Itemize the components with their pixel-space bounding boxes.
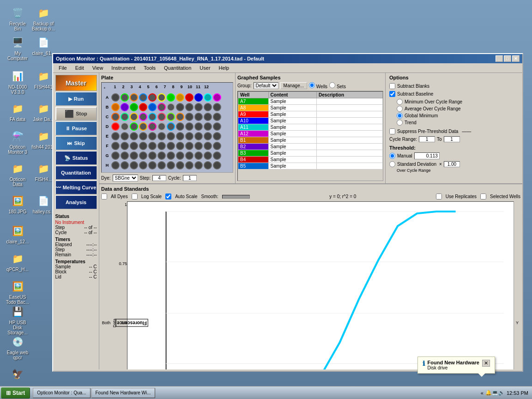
desktop-icon-fa-data[interactable]: 📁 FA data xyxy=(4,99,31,124)
selected-wells-checkbox[interactable] xyxy=(480,193,486,200)
well-d5[interactable] xyxy=(148,122,157,131)
desktop-icon-jpg180[interactable]: 🖼️ 180.JPG xyxy=(4,192,31,216)
threshold-value-input[interactable] xyxy=(414,152,440,159)
subtract-blanks-checkbox[interactable] xyxy=(389,83,395,89)
table-row[interactable]: B5 Sample xyxy=(238,163,383,169)
well-g11[interactable] xyxy=(204,151,212,160)
well-h6[interactable] xyxy=(157,161,166,169)
menu-user[interactable]: User xyxy=(196,64,214,72)
well-e2[interactable] xyxy=(121,132,129,140)
pause-button[interactable]: ⏸ Pause xyxy=(55,121,97,135)
well-h10[interactable] xyxy=(194,161,203,169)
well-f4[interactable] xyxy=(139,142,147,150)
table-row[interactable]: B1 Sample xyxy=(238,137,383,144)
well-d10[interactable] xyxy=(194,122,203,131)
well-c6[interactable] xyxy=(157,113,166,121)
menu-quantitation[interactable]: Quantitation xyxy=(160,64,195,72)
well-a12[interactable] xyxy=(213,93,221,102)
plate-add-icon[interactable]: + xyxy=(103,86,106,90)
well-b9[interactable] xyxy=(185,103,193,111)
well-e1[interactable] xyxy=(111,132,120,140)
well-b10[interactable] xyxy=(194,103,203,111)
well-d11[interactable] xyxy=(204,122,212,131)
well-d12[interactable] xyxy=(213,122,221,131)
well-a3[interactable] xyxy=(130,93,138,102)
well-c7[interactable] xyxy=(167,113,175,121)
well-h11[interactable] xyxy=(204,161,212,169)
well-d2[interactable] xyxy=(121,122,129,131)
well-e8[interactable] xyxy=(176,132,184,140)
desktop-icon-hp-usb[interactable]: 💿 Eagle web qpcr xyxy=(4,332,31,362)
well-a10[interactable] xyxy=(194,93,203,102)
log-scale-checkbox[interactable] xyxy=(132,193,138,200)
minimize-button[interactable]: _ xyxy=(496,55,503,62)
well-g9[interactable] xyxy=(185,151,193,160)
desktop-icon-easeus[interactable]: 💾 HP USB Disk Storage... xyxy=(4,302,31,337)
well-h2[interactable] xyxy=(121,161,129,169)
well-e5[interactable] xyxy=(148,132,157,140)
well-e12[interactable] xyxy=(213,132,221,140)
taskbar-item-hardware[interactable]: Found New Hardware Wi... xyxy=(91,388,155,398)
std-dev-value-input[interactable] xyxy=(444,161,460,167)
well-e7[interactable] xyxy=(167,132,175,140)
well-g8[interactable] xyxy=(176,151,184,160)
well-h4[interactable] xyxy=(139,161,147,169)
well-f12[interactable] xyxy=(213,142,221,150)
well-g6[interactable] xyxy=(157,151,166,160)
well-e4[interactable] xyxy=(139,132,147,140)
well-h9[interactable] xyxy=(185,161,193,169)
well-d9[interactable] xyxy=(185,122,193,131)
smooth-slider[interactable] xyxy=(222,195,250,199)
sets-radio[interactable] xyxy=(329,82,335,88)
group-select[interactable]: Default xyxy=(254,82,278,89)
well-e3[interactable] xyxy=(130,132,138,140)
well-f7[interactable] xyxy=(167,142,175,150)
trend-radio[interactable] xyxy=(397,120,403,126)
skip-button[interactable]: ⏭ Skip xyxy=(55,136,97,150)
well-g4[interactable] xyxy=(139,151,147,160)
melting-curve-button[interactable]: 〰 Melting Curve xyxy=(55,181,97,194)
well-d8[interactable] xyxy=(176,122,184,131)
taskbar-item-opticon[interactable]: Opticon Monitor : Qua... xyxy=(33,388,90,398)
well-a9[interactable] xyxy=(185,93,193,102)
suppress-checkbox[interactable] xyxy=(389,128,395,134)
well-b2[interactable] xyxy=(121,103,129,111)
well-f2[interactable] xyxy=(121,142,129,150)
well-c10[interactable] xyxy=(194,113,203,121)
well-g10[interactable] xyxy=(194,151,203,160)
desktop-icon-backup[interactable]: 📁 Backup ofBackup o... xyxy=(30,4,57,33)
well-b1[interactable] xyxy=(111,103,120,111)
well-b7[interactable] xyxy=(167,103,175,111)
global-min-radio[interactable] xyxy=(397,113,403,119)
notification-close-button[interactable]: ✕ xyxy=(482,360,490,367)
desktop-icon-eagle-web[interactable]: 🦅 xyxy=(4,365,31,384)
well-d3[interactable] xyxy=(130,122,138,131)
desktop-icon-qpcr[interactable]: 📁 qPCR_H... xyxy=(4,249,31,274)
desktop-icon-opticon-data[interactable]: 📁 Opticon Data xyxy=(4,159,31,189)
well-d4[interactable] xyxy=(139,122,147,131)
well-a2[interactable] xyxy=(121,93,129,102)
well-h5[interactable] xyxy=(148,161,157,169)
well-c8[interactable] xyxy=(176,113,184,121)
well-c4[interactable] xyxy=(139,113,147,121)
wells-radio[interactable] xyxy=(309,82,315,88)
well-f5[interactable] xyxy=(148,142,157,150)
well-a8[interactable] xyxy=(176,93,184,102)
well-b3[interactable] xyxy=(130,103,138,111)
table-row[interactable]: A8 Sample xyxy=(238,105,383,111)
menu-help[interactable]: Help xyxy=(215,64,233,72)
well-b12[interactable] xyxy=(213,103,221,111)
table-row[interactable]: B2 Sample xyxy=(238,144,383,150)
maximize-button[interactable]: □ xyxy=(504,55,511,62)
stop-button[interactable]: ⬛ Stop xyxy=(55,107,97,121)
desktop-icon-nd1000[interactable]: 📊 ND-1000 V3.3.0 xyxy=(4,67,31,97)
table-row[interactable]: B4 Sample xyxy=(238,157,383,163)
desktop-icon-recycle-bin[interactable]: 🗑️ Recycle Bin xyxy=(4,4,31,33)
desktop-icon-my-computer[interactable]: 🖥️ My Computer xyxy=(4,33,31,63)
well-b6[interactable] xyxy=(157,103,166,111)
well-a5[interactable] xyxy=(148,93,157,102)
well-c5[interactable] xyxy=(148,113,157,121)
well-d1[interactable] xyxy=(111,122,120,131)
well-a1[interactable] xyxy=(111,93,120,102)
well-b4[interactable] xyxy=(139,103,147,111)
